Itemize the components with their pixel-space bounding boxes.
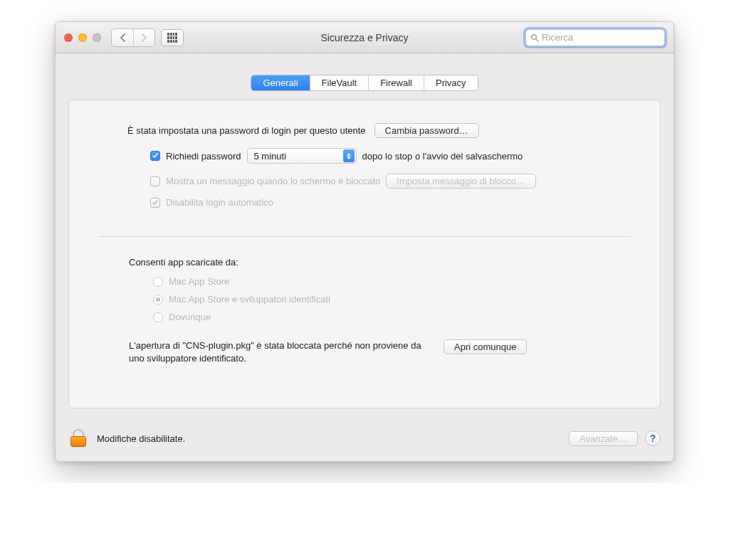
password-set-row: È stata impostata una password di login … [127, 123, 630, 138]
require-password-row: Richiedi password 5 minuti dopo lo stop … [150, 148, 630, 164]
tab-privacy[interactable]: Privacy [424, 75, 478, 90]
preferences-window: Sicurezza e Privacy Generali FileVault F… [55, 21, 674, 462]
help-button[interactable]: ? [645, 430, 661, 446]
show-lock-message-label: Mostra un messaggio quando lo schermo è … [166, 176, 380, 186]
disable-autologin-checkbox[interactable]: Disabilita login automatico [150, 197, 273, 208]
grid-icon [167, 33, 177, 43]
back-button[interactable] [112, 29, 133, 46]
tab-generali[interactable]: Generali [251, 75, 309, 90]
minimize-window-button[interactable] [78, 33, 87, 42]
tab-filevault[interactable]: FileVault [310, 75, 369, 90]
svg-line-1 [536, 39, 538, 41]
close-window-button[interactable] [64, 33, 73, 42]
general-panel: È stata impostata una password di login … [68, 100, 661, 408]
footer-right: Avanzate… ? [569, 430, 661, 446]
gatekeeper-option-identified[interactable]: Mac App Store e sviluppatori identificat… [153, 294, 630, 305]
tab-bar: Generali FileVault Firewall Privacy [68, 75, 661, 91]
gatekeeper-section-label: Consenti app scaricate da: [129, 257, 630, 268]
stepper-arrows-icon [343, 149, 355, 162]
search-input[interactable] [542, 32, 661, 43]
radio-icon [153, 277, 163, 287]
preference-body: Generali FileVault Firewall Privacy È st… [56, 53, 673, 418]
radio-icon [153, 312, 163, 322]
radio-selected-icon [153, 295, 163, 305]
chevron-right-icon [141, 33, 147, 42]
show-lock-message-row: Mostra un messaggio quando lo schermo è … [150, 174, 630, 189]
set-lock-message-button[interactable]: Imposta messaggio di blocco… [386, 174, 536, 189]
blocked-app-message: L'apertura di "CNS-plugin.pkg" è stata b… [129, 339, 428, 365]
titlebar: Sicurezza e Privacy [56, 22, 673, 53]
show-lock-message-checkbox[interactable]: Mostra un messaggio quando lo schermo è … [150, 176, 380, 186]
lock-icon[interactable] [68, 428, 88, 448]
open-anyway-button[interactable]: Apri comunque [444, 339, 527, 354]
checkbox-checked-icon [150, 151, 160, 161]
gatekeeper-identified-label: Mac App Store e sviluppatori identificat… [169, 294, 330, 305]
advanced-button[interactable]: Avanzate… [569, 431, 638, 446]
require-password-suffix: dopo lo stop o l'avvio del salvaschermo [362, 151, 523, 162]
footer: Modifiche disabilitate. Avanzate… ? [56, 418, 673, 461]
segmented-tabs: Generali FileVault Firewall Privacy [251, 75, 478, 91]
tab-firewall[interactable]: Firewall [368, 75, 424, 90]
lock-status-label: Modifiche disabilitate. [97, 433, 185, 444]
gatekeeper-appstore-label: Mac App Store [169, 276, 229, 287]
delay-selected-value: 5 minuti [254, 151, 287, 162]
checkbox-unchecked-icon [150, 176, 160, 186]
disable-autologin-label: Disabilita login automatico [166, 197, 273, 208]
svg-point-0 [532, 34, 537, 39]
require-password-label: Richiedi password [166, 151, 241, 162]
search-icon [530, 33, 539, 42]
nav-back-forward [111, 28, 155, 47]
search-field[interactable] [525, 29, 665, 46]
separator [98, 236, 631, 237]
gatekeeper-option-anywhere[interactable]: Dovunque [153, 312, 630, 322]
traffic-lights [64, 33, 101, 42]
gatekeeper-radio-group: Mac App Store Mac App Store e sviluppato… [153, 276, 630, 322]
gatekeeper-anywhere-label: Dovunque [169, 312, 211, 322]
require-password-delay-select[interactable]: 5 minuti [247, 148, 357, 164]
disable-autologin-row: Disabilita login automatico [150, 197, 630, 208]
gatekeeper-option-appstore[interactable]: Mac App Store [153, 276, 630, 287]
chevron-left-icon [120, 33, 126, 42]
change-password-button[interactable]: Cambia password… [374, 123, 479, 138]
show-all-button[interactable] [161, 29, 184, 46]
forward-button[interactable] [133, 29, 154, 46]
zoom-window-button[interactable] [93, 33, 101, 42]
blocked-app-row: L'apertura di "CNS-plugin.pkg" è stata b… [129, 339, 630, 365]
checkbox-disabled-icon [150, 198, 160, 208]
password-set-label: È stata impostata una password di login … [127, 125, 366, 136]
require-password-checkbox[interactable]: Richiedi password [150, 151, 241, 162]
